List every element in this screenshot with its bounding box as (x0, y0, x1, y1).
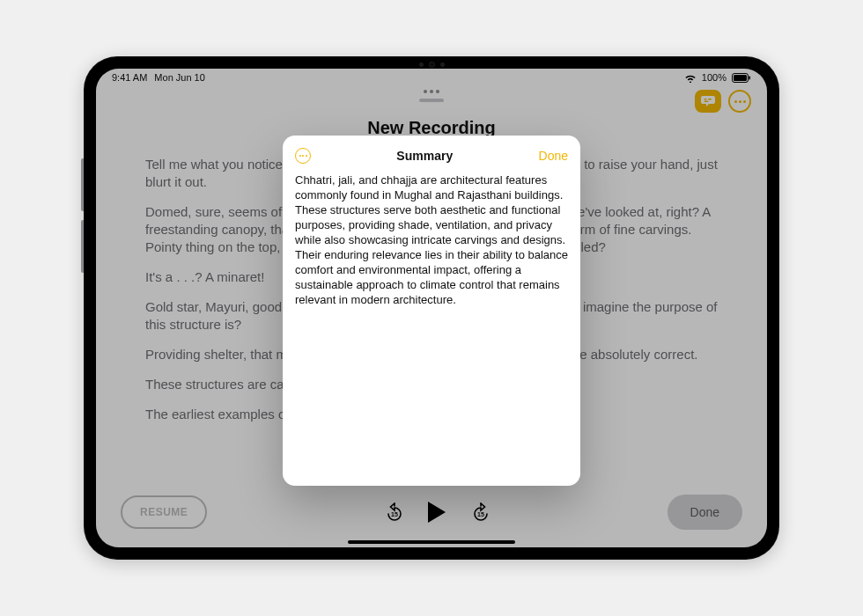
handle-dots-icon[interactable] (422, 90, 441, 95)
status-date: Mon Jun 10 (154, 72, 204, 83)
battery-percent: 100% (702, 72, 727, 83)
screen: 9:41 AM Mon Jun 10 100% (96, 69, 767, 547)
more-options-button[interactable] (728, 90, 751, 113)
svg-text:15: 15 (478, 511, 485, 517)
modal-more-button[interactable] (295, 148, 311, 164)
modal-title: Summary (396, 149, 453, 163)
summary-text: Chhatri, jali, and chhajja are architect… (295, 172, 568, 307)
home-indicator[interactable] (348, 540, 515, 544)
play-button[interactable] (428, 502, 446, 523)
svg-text:15: 15 (392, 511, 399, 517)
transcript-button[interactable] (695, 90, 721, 113)
ipad-device-frame: 9:41 AM Mon Jun 10 100% (84, 56, 779, 560)
modal-done-button[interactable]: Done (539, 149, 568, 163)
playback-bar: RESUME 15 15 Done (96, 493, 767, 532)
front-camera (401, 62, 462, 67)
svg-rect-1 (734, 75, 747, 81)
wifi-icon (684, 73, 697, 83)
svg-rect-2 (749, 76, 751, 79)
status-bar: 9:41 AM Mon Jun 10 100% (96, 69, 767, 86)
resume-button[interactable]: RESUME (121, 495, 207, 529)
skip-back-15-icon[interactable]: 15 (384, 502, 403, 522)
battery-icon (732, 73, 751, 83)
status-time: 9:41 AM (112, 72, 147, 83)
svg-rect-4 (708, 99, 712, 100)
svg-rect-5 (704, 101, 709, 103)
drag-handle[interactable] (419, 99, 444, 102)
done-button[interactable]: Done (668, 495, 742, 530)
summary-modal: Summary Done Chhatri, jali, and chhajja … (283, 136, 580, 486)
svg-rect-3 (704, 99, 707, 100)
skip-forward-15-icon[interactable]: 15 (470, 502, 490, 522)
